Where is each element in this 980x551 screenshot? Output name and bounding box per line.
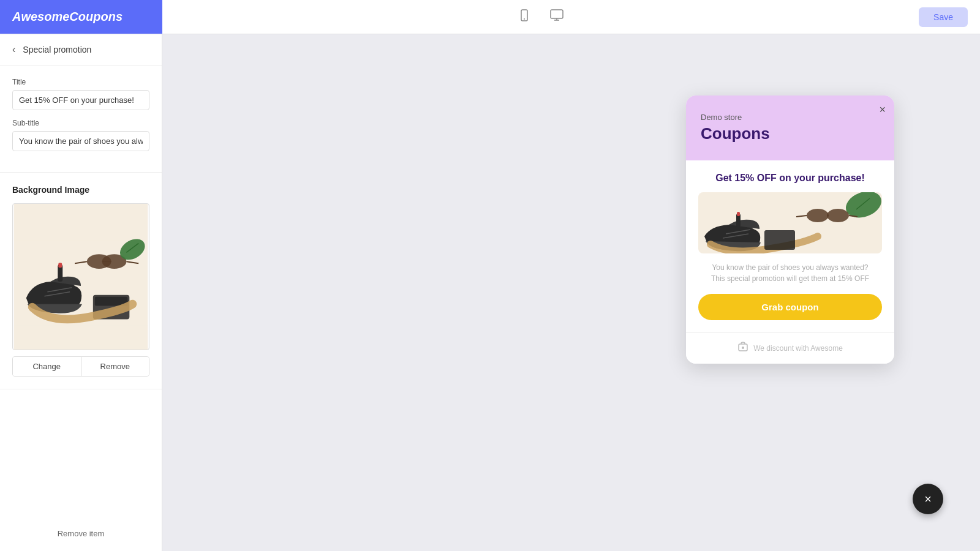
popup-body: Get 15% OFF on your purchase! [686, 160, 894, 332]
subtitle-input[interactable] [12, 131, 149, 151]
logo-text: AwesomeCoupons [12, 10, 123, 24]
popup-description-line2: This special promotion will get them at … [711, 274, 869, 283]
bg-image-heading: Background Image [12, 185, 149, 195]
svg-point-35 [742, 347, 744, 349]
svg-rect-20 [14, 325, 148, 350]
main-layout: ‹ Special promotion Title Sub-title Back… [0, 34, 980, 551]
popup-store-label: Demo store [701, 113, 880, 122]
sidebar-header: ‹ Special promotion [0, 34, 162, 66]
svg-rect-32 [737, 212, 740, 216]
desktop-icon[interactable] [546, 6, 567, 28]
topbar-right: Save [919, 7, 980, 27]
remove-bg-button[interactable]: Remove [81, 357, 149, 376]
background-image-section: Background Image [0, 173, 162, 389]
svg-point-25 [827, 209, 849, 222]
popup-card: × Demo store Coupons Get 15% OFF on your… [686, 96, 894, 364]
svg-rect-6 [14, 204, 148, 241]
grab-coupon-button[interactable]: Grab coupon [698, 294, 882, 320]
svg-rect-33 [764, 230, 795, 250]
bg-image-preview [12, 203, 149, 350]
logo-area: AwesomeCoupons [0, 0, 162, 34]
title-subtitle-section: Title Sub-title [0, 66, 162, 173]
popup-footer: We discount with Awesome [686, 332, 894, 364]
save-button[interactable]: Save [919, 7, 968, 27]
back-button[interactable]: ‹ [12, 44, 15, 55]
footer-text: We discount with Awesome [753, 344, 843, 353]
close-circle-button[interactable]: × [913, 484, 943, 514]
sidebar: ‹ Special promotion Title Sub-title Back… [0, 34, 162, 551]
footer-icon [737, 342, 748, 355]
title-input[interactable] [12, 90, 149, 110]
popup-description-line1: You know the pair of shoes you always wa… [712, 263, 868, 272]
popup-shoe-image [698, 192, 882, 253]
popup-description: You know the pair of shoes you always wa… [698, 262, 882, 284]
close-circle-symbol: × [924, 492, 932, 506]
popup-header: × Demo store Coupons [686, 96, 894, 160]
topbar-center [162, 6, 919, 28]
svg-rect-19 [58, 263, 62, 268]
popup-promo-title: Get 15% OFF on your purchase! [698, 173, 882, 184]
svg-point-24 [807, 209, 829, 222]
remove-item-button[interactable]: Remove item [58, 529, 105, 538]
remove-item-section: Remove item [0, 515, 162, 551]
subtitle-label: Sub-title [12, 119, 149, 127]
topbar: AwesomeCoupons Save [0, 0, 980, 34]
popup-close-button[interactable]: × [879, 104, 886, 115]
title-label: Title [12, 78, 149, 86]
change-bg-button[interactable]: Change [13, 357, 81, 376]
mobile-icon[interactable] [514, 6, 534, 28]
svg-rect-2 [551, 10, 563, 18]
canvas-area: × Demo store Coupons Get 15% OFF on your… [162, 34, 980, 551]
popup-coupons-title: Coupons [701, 124, 880, 143]
svg-point-1 [524, 18, 525, 20]
bg-image-buttons: Change Remove [12, 356, 149, 377]
sidebar-section-title: Special promotion [23, 45, 91, 54]
